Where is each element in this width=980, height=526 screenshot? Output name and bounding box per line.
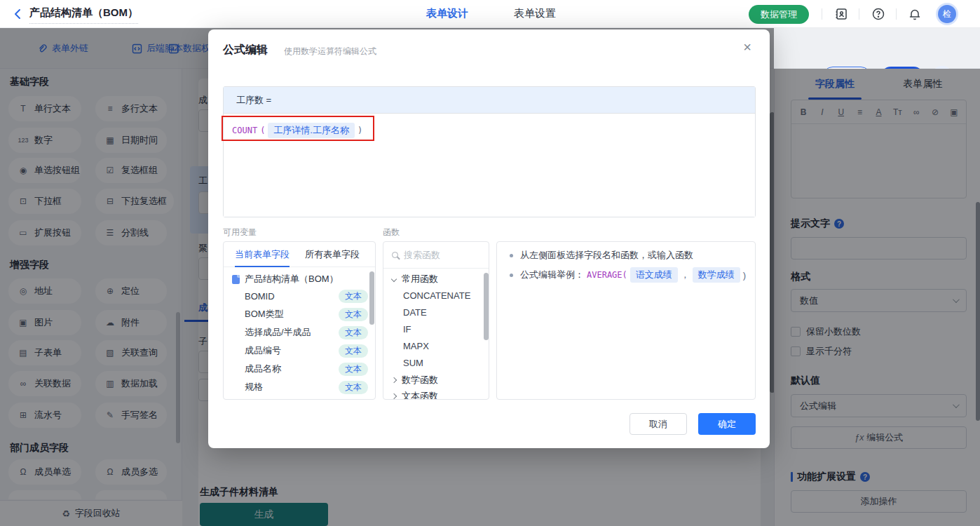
- modal-subtitle: 使用数学运算符编辑公式: [284, 46, 376, 58]
- notification-bell-icon[interactable]: [908, 7, 922, 21]
- function-group-common[interactable]: 常用函数: [392, 273, 438, 285]
- close-icon[interactable]: ×: [743, 40, 751, 54]
- variables-panel: 当前表单字段 所有表单字段 产品结构清单（BOM） BOMID 文本 BOM类型…: [223, 241, 376, 400]
- page-title[interactable]: 产品结构清单（BOM）: [29, 6, 138, 24]
- formula-editor: 工序数 = COUNT( 工序详情.工序名称 ): [223, 86, 756, 217]
- function-search[interactable]: [383, 242, 489, 269]
- help-icon[interactable]: [871, 7, 885, 21]
- variable-row[interactable]: 成品名称 文本: [245, 361, 368, 377]
- field-type-badge: 文本: [339, 326, 368, 339]
- function-item[interactable]: MAPX: [403, 341, 429, 351]
- formula-target: 工序数 =: [224, 87, 755, 114]
- function-group-math[interactable]: 数学函数: [392, 374, 438, 386]
- tip-line: 从左侧面板选择字段名和函数，或输入函数: [510, 249, 693, 262]
- function-item[interactable]: SUM: [403, 358, 423, 368]
- contact-book-icon[interactable]: [834, 7, 848, 21]
- back-icon[interactable]: [13, 8, 24, 20]
- variables-tree-root[interactable]: 产品结构清单（BOM）: [232, 273, 339, 285]
- form-doc-icon: [232, 275, 240, 284]
- variable-row-partial: [245, 398, 368, 400]
- example-function-name: AVERAGE(: [587, 270, 627, 280]
- modal-overlay: [774, 69, 980, 526]
- search-icon: [392, 252, 398, 258]
- user-avatar[interactable]: 检: [938, 5, 956, 23]
- tip-example-line: 公式编辑举例： AVERAGE( 语文成绩 ， 数学成绩 ): [510, 267, 746, 283]
- variable-row[interactable]: 规格 文本: [245, 379, 368, 395]
- app-window: 产品结构清单（BOM） 表单设计 表单设置 数据管理 检 表单外链 后端脚本 数…: [0, 0, 980, 526]
- tab-all-form-fields[interactable]: 所有表单字段: [305, 242, 360, 267]
- tab-current-form-fields[interactable]: 当前表单字段: [235, 242, 290, 267]
- bullet-icon: [510, 254, 513, 257]
- tips-panel: 从左侧面板选择字段名和函数，或输入函数 公式编辑举例： AVERAGE( 语文成…: [496, 241, 756, 400]
- field-type-badge: 文本: [339, 381, 368, 394]
- variables-tabs: 当前表单字段 所有表单字段: [224, 242, 375, 267]
- cancel-button[interactable]: 取消: [629, 413, 687, 435]
- functions-panel: 常用函数 CONCATENATE DATE IF MAPX SUM 数学函数 文…: [383, 241, 489, 400]
- function-item[interactable]: IF: [403, 324, 411, 335]
- function-item[interactable]: CONCATENATE: [403, 290, 470, 301]
- variable-row[interactable]: BOMID 文本: [245, 288, 368, 304]
- variable-row[interactable]: 选择成品/半成品 文本: [245, 325, 368, 340]
- caret-right-icon: [391, 377, 397, 383]
- functions-scrollbar[interactable]: [484, 273, 489, 340]
- red-highlight-box: [222, 116, 374, 141]
- divider: [859, 8, 859, 20]
- tab-form-settings[interactable]: 表单设置: [514, 7, 556, 20]
- function-search-input[interactable]: [404, 250, 474, 260]
- field-type-badge: 文本: [339, 290, 368, 303]
- functions-label: 函数: [383, 227, 400, 238]
- divider: [896, 8, 897, 20]
- variables-scrollbar[interactable]: [369, 271, 374, 325]
- divider: [822, 8, 822, 20]
- variables-label: 可用变量: [223, 227, 257, 238]
- function-group-text[interactable]: 文本函数: [392, 390, 438, 400]
- modal-title: 公式编辑: [223, 43, 268, 58]
- confirm-button[interactable]: 确定: [698, 413, 756, 435]
- top-header: 产品结构清单（BOM） 表单设计 表单设置 数据管理 检: [0, 0, 980, 28]
- data-manage-button[interactable]: 数据管理: [749, 5, 809, 24]
- field-type-badge: 文本: [339, 308, 368, 321]
- example-token: 语文成绩: [630, 267, 678, 283]
- bullet-icon: [510, 274, 513, 277]
- field-type-badge: 文本: [339, 363, 368, 376]
- variable-row[interactable]: 成品编号 文本: [245, 343, 368, 358]
- caret-right-icon: [391, 393, 397, 399]
- tab-form-design[interactable]: 表单设计: [426, 7, 468, 20]
- variable-row[interactable]: BOM类型 文本: [245, 306, 368, 322]
- example-token: 数学成绩: [693, 267, 740, 283]
- function-item[interactable]: DATE: [403, 307, 427, 318]
- formula-edit-modal: 公式编辑 使用数学运算符编辑公式 × 工序数 = COUNT( 工序详情.工序名…: [208, 29, 770, 448]
- caret-down-icon: [391, 276, 397, 282]
- field-type-badge: 文本: [339, 344, 368, 358]
- formula-input-area[interactable]: COUNT( 工序详情.工序名称 ): [224, 114, 755, 217]
